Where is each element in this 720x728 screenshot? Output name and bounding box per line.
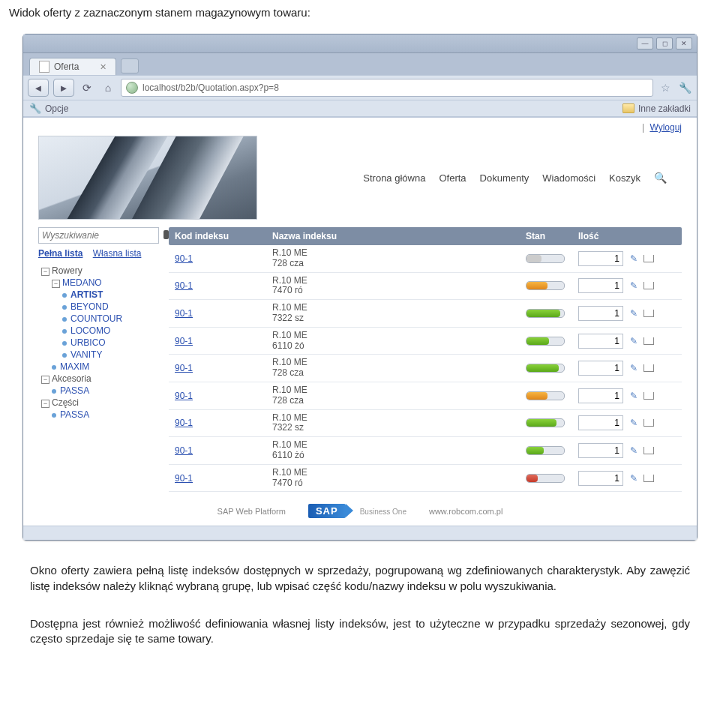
add-to-cart-icon[interactable] xyxy=(643,417,655,429)
tree-urbico[interactable]: URBICO xyxy=(62,337,158,349)
index-code-link[interactable]: 90-1 xyxy=(175,253,193,264)
index-name: R.10 ME7470 ró xyxy=(272,276,526,297)
nav-msgs[interactable]: Wiadomości xyxy=(542,172,596,184)
index-code-link[interactable]: 90-1 xyxy=(175,391,193,401)
quantity-input[interactable] xyxy=(578,361,623,376)
grid-body: 90-1R.10 ME728 cza✎90-1R.10 ME7470 ró✎90… xyxy=(169,245,682,492)
index-code-link[interactable]: 90-1 xyxy=(175,418,193,428)
qty-cell: ✎ xyxy=(578,251,676,266)
close-window-button[interactable]: ✕ xyxy=(676,37,692,49)
logout-link[interactable]: Wyloguj xyxy=(650,122,682,133)
quantity-input[interactable] xyxy=(578,443,623,458)
bookmark-opcje[interactable]: 🔧 Opcje xyxy=(29,103,68,114)
nav-cart[interactable]: Koszyk xyxy=(609,172,640,184)
tree-vanity[interactable]: VANITY xyxy=(62,349,158,361)
bookmark-label: Opcje xyxy=(45,103,68,114)
quantity-input[interactable] xyxy=(578,415,623,430)
new-tab-button[interactable] xyxy=(121,58,139,73)
minimize-button[interactable]: — xyxy=(637,37,653,49)
tree-passa-2[interactable]: PASSA xyxy=(52,409,158,421)
col-header-ilosc[interactable]: Ilość xyxy=(578,231,676,241)
quantity-input[interactable] xyxy=(578,471,623,486)
tree-countour[interactable]: COUNTOUR xyxy=(62,313,158,325)
add-to-cart-icon[interactable] xyxy=(643,362,655,374)
close-tab-icon[interactable]: ✕ xyxy=(100,62,106,72)
bullet-icon xyxy=(62,341,67,346)
quantity-input[interactable] xyxy=(578,334,623,349)
add-to-cart-icon[interactable] xyxy=(643,335,655,347)
forward-button[interactable]: ► xyxy=(53,79,74,97)
collapse-icon[interactable]: − xyxy=(41,268,50,276)
reload-button[interactable]: ⟳ xyxy=(79,79,95,96)
index-code-link[interactable]: 90-1 xyxy=(175,363,193,373)
stock-bar xyxy=(526,281,565,290)
collapse-icon[interactable]: − xyxy=(52,280,60,288)
bookmark-folder-inne[interactable]: Inne zakładki xyxy=(622,103,691,114)
edit-icon[interactable]: ✎ xyxy=(628,280,640,292)
index-code-link[interactable]: 90-1 xyxy=(175,445,193,456)
maximize-button[interactable]: ◻ xyxy=(656,37,673,49)
tree-medano[interactable]: −MEDANO xyxy=(52,277,158,289)
search-icon[interactable]: 🔍 xyxy=(654,172,667,184)
nav-home[interactable]: Strona główna xyxy=(363,172,425,184)
tree-czesci[interactable]: −Części xyxy=(41,397,158,409)
quantity-input[interactable] xyxy=(578,388,623,403)
qty-cell: ✎ xyxy=(578,388,676,403)
tree-artist[interactable]: ARTIST xyxy=(62,289,158,301)
add-to-cart-icon[interactable] xyxy=(643,253,655,265)
collapse-icon[interactable]: − xyxy=(41,376,50,384)
folder-icon xyxy=(622,103,634,113)
edit-icon[interactable]: ✎ xyxy=(628,445,640,457)
full-list-tab[interactable]: Pełna lista xyxy=(38,248,82,259)
add-to-cart-icon[interactable] xyxy=(643,445,655,457)
index-code-link[interactable]: 90-1 xyxy=(175,280,193,291)
index-name: R.10 ME7470 ró xyxy=(272,468,526,489)
content-area: Pełna lista Własna lista −Rowery −MEDANO… xyxy=(38,227,682,492)
add-to-cart-icon[interactable] xyxy=(643,307,655,319)
collapse-icon[interactable]: − xyxy=(41,400,50,408)
nav-docs[interactable]: Dokumenty xyxy=(480,172,530,184)
edit-icon[interactable]: ✎ xyxy=(628,472,640,484)
search-input[interactable] xyxy=(38,227,159,244)
table-row: 90-1R.10 ME728 cza✎ xyxy=(169,355,682,382)
bookmarks-bar: 🔧 Opcje Inne zakładki xyxy=(23,100,697,117)
tree-maxim[interactable]: MAXIM xyxy=(52,361,158,373)
back-button[interactable]: ◄ xyxy=(28,79,49,97)
add-to-cart-icon[interactable] xyxy=(643,280,655,292)
index-code-link[interactable]: 90-1 xyxy=(175,336,193,346)
banner-image xyxy=(38,136,257,220)
tree-akcesoria[interactable]: −Akcesoria xyxy=(41,373,158,385)
quantity-input[interactable] xyxy=(578,251,623,266)
col-header-kod[interactable]: Kod indeksu xyxy=(175,231,272,241)
edit-icon[interactable]: ✎ xyxy=(628,390,640,402)
quantity-input[interactable] xyxy=(578,278,623,293)
table-row: 90-1R.10 ME7470 ró✎ xyxy=(169,465,682,493)
settings-wrench-icon[interactable]: 🔧 xyxy=(677,80,692,95)
browser-statusbar xyxy=(23,526,697,540)
index-code-link[interactable]: 90-1 xyxy=(175,473,193,484)
own-list-tab[interactable]: Własna lista xyxy=(93,248,142,259)
quantity-input[interactable] xyxy=(578,306,623,321)
home-button[interactable]: ⌂ xyxy=(100,79,116,96)
wrench-icon: 🔧 xyxy=(29,103,41,114)
edit-icon[interactable]: ✎ xyxy=(628,417,640,429)
index-name: R.10 ME728 cza xyxy=(272,248,526,269)
col-header-stan[interactable]: Stan xyxy=(526,231,578,241)
add-to-cart-icon[interactable] xyxy=(643,472,655,484)
edit-icon[interactable]: ✎ xyxy=(628,362,640,374)
browser-tab[interactable]: Oferta ✕ xyxy=(29,58,116,75)
tree-passa-1[interactable]: PASSA xyxy=(52,385,158,397)
edit-icon[interactable]: ✎ xyxy=(628,307,640,319)
add-to-cart-icon[interactable] xyxy=(643,390,655,402)
edit-icon[interactable]: ✎ xyxy=(628,335,640,347)
stock-bar xyxy=(526,418,565,427)
tree-locomo[interactable]: LOCOMO xyxy=(62,325,158,337)
nav-offer[interactable]: Oferta xyxy=(439,172,466,184)
url-field[interactable]: localhost/b2b/Quotation.aspx?p=8 xyxy=(121,79,653,97)
tree-beyond[interactable]: BEYOND xyxy=(62,301,158,313)
bookmark-star-icon[interactable]: ☆ xyxy=(658,80,673,95)
index-code-link[interactable]: 90-1 xyxy=(175,308,193,319)
edit-icon[interactable]: ✎ xyxy=(628,253,640,265)
tree-rowery[interactable]: −Rowery xyxy=(41,265,158,277)
col-header-nazwa[interactable]: Nazwa indeksu xyxy=(272,231,526,241)
